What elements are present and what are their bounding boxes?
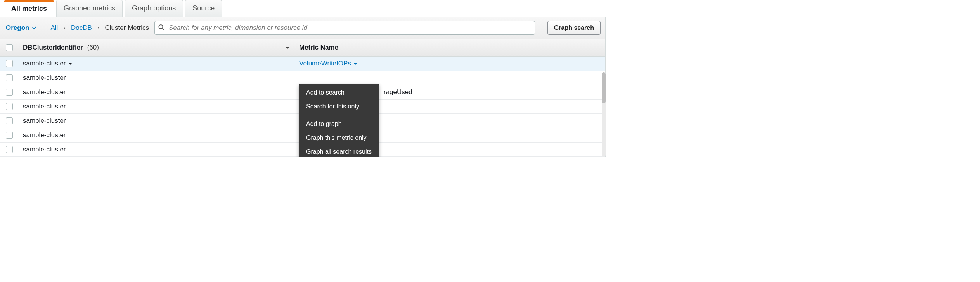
breadcrumb-service[interactable]: DocDB [71, 24, 92, 32]
filter-bar: Oregon All › DocDB › Cluster Metrics Gra… [0, 17, 606, 39]
row-checkbox[interactable] [6, 132, 13, 139]
context-menu: Add to search Search for this only Add t… [299, 84, 379, 157]
tab-all-metrics[interactable]: All metrics [4, 0, 54, 17]
row-checkbox[interactable] [6, 146, 13, 153]
cluster-label: sample-cluster [23, 146, 66, 153]
tab-source[interactable]: Source [185, 0, 222, 17]
row-checkbox[interactable] [6, 117, 13, 124]
table-row[interactable]: sample-cluster VolumeWriteIOPs [0, 57, 605, 71]
table-row[interactable]: sample-cluster [0, 71, 605, 85]
menu-graph-all-search-results[interactable]: Graph all search results [299, 145, 379, 157]
menu-add-to-search[interactable]: Add to search [299, 86, 379, 100]
column-header-dbclusteridentifier[interactable]: DBClusterIdentifier (60) [18, 39, 294, 56]
metric-label: VolumeWriteIOPs [299, 60, 351, 67]
column-count: (60) [87, 44, 99, 51]
breadcrumb: All › DocDB › Cluster Metrics [50, 24, 149, 32]
header-checkbox-cell [0, 39, 18, 56]
table-header: DBClusterIdentifier (60) Metric Name [0, 39, 606, 57]
chevron-right-icon: › [63, 24, 66, 32]
menu-add-to-graph[interactable]: Add to graph [299, 117, 379, 131]
metric-cell[interactable]: VolumeWriteIOPs [299, 60, 357, 67]
column-header-label: Metric Name [299, 44, 338, 52]
breadcrumb-all[interactable]: All [50, 24, 58, 32]
cluster-label: sample-cluster [23, 117, 66, 125]
tabs-bar: All metrics Graphed metrics Graph option… [0, 0, 606, 17]
sort-caret-icon [286, 47, 289, 49]
row-checkbox[interactable] [6, 74, 13, 81]
column-header-label: DBClusterIdentifier [23, 44, 83, 51]
chevron-down-icon [68, 63, 72, 65]
tab-graphed-metrics[interactable]: Graphed metrics [56, 0, 123, 17]
row-checkbox[interactable] [6, 60, 13, 67]
chevron-down-icon [31, 25, 37, 31]
chevron-right-icon: › [97, 24, 100, 32]
tab-graph-options[interactable]: Graph options [125, 0, 183, 17]
scrollbar-track[interactable] [602, 72, 606, 157]
menu-search-for-this-only[interactable]: Search for this only [299, 100, 379, 113]
cluster-label: sample-cluster [23, 60, 66, 67]
cluster-label: sample-cluster [23, 74, 66, 82]
region-label: Oregon [6, 24, 29, 32]
graph-search-button[interactable]: Graph search [547, 21, 601, 35]
select-all-checkbox[interactable] [6, 44, 13, 51]
scrollbar-thumb[interactable] [602, 72, 606, 103]
region-dropdown[interactable]: Oregon [5, 24, 41, 32]
row-checkbox[interactable] [6, 103, 13, 110]
chevron-down-icon [353, 63, 357, 65]
cluster-label: sample-cluster [23, 88, 66, 96]
breadcrumb-current: Cluster Metrics [105, 24, 149, 32]
cluster-label: sample-cluster [23, 103, 66, 110]
row-checkbox[interactable] [6, 89, 13, 96]
menu-graph-this-metric-only[interactable]: Graph this metric only [299, 131, 379, 145]
search-input[interactable] [154, 21, 535, 35]
cluster-cell[interactable]: sample-cluster [23, 60, 72, 67]
column-header-metric-name[interactable]: Metric Name [294, 39, 605, 56]
search-box [154, 21, 535, 35]
cluster-label: sample-cluster [23, 131, 66, 139]
